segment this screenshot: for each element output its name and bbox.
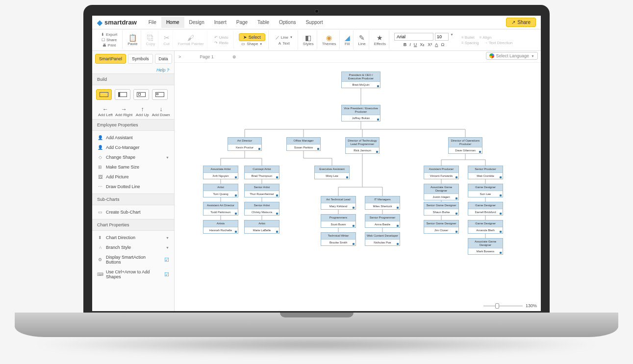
org-node[interactable]: President & CEO / Executive ProducerBret… [341,72,380,88]
org-node[interactable]: Senior ArtistThor Rosenheimer [244,184,279,197]
org-node[interactable]: Associate Game DesignerMark Bowens [468,238,503,255]
menu-design[interactable]: Design [184,17,209,28]
shape-style-2[interactable] [115,89,130,100]
org-node[interactable]: Associate ArtistAnh Nguyen [203,166,238,179]
org-node[interactable]: Senior ProgrammerAnna Basile [365,214,400,228]
print-button[interactable]: 🖶Print [101,43,118,48]
org-node[interactable]: ArtistsHannah Rochelle [203,220,238,234]
org-node[interactable]: Concept ArtistBrad Thompson [244,166,279,179]
org-node[interactable]: Associate Game DesignerJustin Hagen [424,184,459,200]
select-button[interactable]: ➤Select [239,33,265,41]
line-style-button[interactable]: ✎Line [355,30,369,49]
shape-style-4[interactable] [152,89,168,100]
add-left-button[interactable]: ←Add Left [96,106,115,117]
dotted-line-button[interactable]: ⋯Draw Dotted Line [92,182,174,192]
share-button[interactable]: ↗ Share [506,18,536,27]
align-button[interactable]: ≡ Align [480,35,491,40]
subscript-button[interactable]: X₂ [420,42,425,47]
org-node[interactable]: Senior Game DesignerJim Closer [424,220,459,234]
share-ribbon-button[interactable]: ☐Share [100,37,119,43]
copy-button[interactable]: ⿻Copy [143,30,159,49]
org-node[interactable]: ProgrammersScott Boam [321,214,356,228]
menu-file[interactable]: File [144,17,161,28]
same-size-button[interactable]: ⊞Make Same Size [92,162,174,172]
ctrl-arrow-toggle[interactable]: ⌨Use Ctrl+Arrow to Add Shapes☑ [92,267,174,282]
italic-button[interactable]: I [409,42,411,47]
prev-page-button[interactable]: > [178,54,181,59]
add-right-button[interactable]: →Add Right [115,106,133,117]
org-node[interactable]: Game DesignerSon Lee [468,184,503,197]
bullet-button[interactable]: ≡ Bullet [461,35,475,40]
smartaction-toggle[interactable]: ⚙Display SmartAction Buttons☑ [92,252,174,267]
zoom-slider[interactable] [483,305,523,307]
page-tab[interactable]: Page 1 [185,52,228,61]
format-painter-button[interactable]: 🖌Format Painter [175,30,207,49]
redo-button[interactable]: ↷Redo [212,40,230,46]
underline-button[interactable]: U [414,42,417,47]
effects-button[interactable]: ★Effects [371,30,389,49]
paste-button[interactable]: 📋Paste [125,30,141,49]
chart-direction-button[interactable]: ⬍Chart Direction▼ [92,233,174,243]
undo-button[interactable]: ↶Undo [212,35,230,40]
shape-style-3[interactable] [133,89,149,100]
org-node[interactable]: Technical WriterBrooke Smith [321,232,356,246]
spacing-button[interactable]: ≡ Spacing [461,41,479,45]
org-node[interactable]: IT ManagersMiles Sherlock [365,196,400,210]
text-direction-button[interactable]: → Text Direction [484,41,513,45]
add-down-button[interactable]: ↓Add Down [152,106,170,117]
org-node[interactable]: ArtistTom Quang [203,184,238,197]
symbol-button[interactable]: Ω [441,42,444,47]
tab-smartpanel[interactable]: SmartPanel [95,54,126,64]
menu-options[interactable]: Options [274,17,301,28]
menu-support[interactable]: Support [301,17,328,28]
org-node[interactable]: Web Content DeveloperNicholas Poe [365,232,400,246]
export-button[interactable]: ⬇Export [99,32,119,37]
org-node[interactable]: ArtistMarie LaBelle [244,220,279,234]
chevron-down-icon[interactable]: ▼ [450,33,454,41]
menu-insert[interactable]: Insert [209,17,231,28]
add-assistant-button[interactable]: 👤Add Assistant [92,133,174,143]
tab-symbols[interactable]: Symbols [128,54,153,64]
add-picture-button[interactable]: 🖼Add Picture [92,172,174,182]
add-page-button[interactable]: ⊕ [232,54,236,59]
org-node[interactable]: Executive AssistantMisty Lee [314,166,350,179]
org-node[interactable]: Assistant Art DirectorTodd Parkinson [203,202,238,216]
font-size-input[interactable] [435,33,449,41]
add-up-button[interactable]: ↑Add Up [133,106,152,117]
org-node[interactable]: Director of Operations ProducerDave Gilt… [448,137,482,154]
org-node[interactable]: Director of Technology Lead ProgrammerRi… [345,137,380,154]
font-color-button[interactable]: A [435,42,438,47]
styles-button[interactable]: ◧Styles [300,30,317,49]
shape-style-1[interactable] [96,89,112,100]
org-node[interactable]: Art DirectorKevin Proctor [228,137,262,151]
org-node[interactable]: Game DesignerDarrell Brickford [468,202,503,216]
cut-button[interactable]: ✂Cut [160,30,173,49]
org-node[interactable]: Senior ArtistChristy Matsura [244,202,279,216]
org-node[interactable]: Office ManagerSusan Parkins [286,137,321,151]
branch-style-button[interactable]: ⑃Branch Style▼ [92,243,174,252]
line-button[interactable]: ／Line▼ [274,34,295,41]
language-selector[interactable]: Select Language ▼ [486,52,538,60]
help-link[interactable]: Help ? [92,67,174,73]
org-node[interactable]: Senior ProducerMatt Cronkite [468,166,503,179]
themes-button[interactable]: ◉Themes [319,30,340,49]
drawing-canvas[interactable]: President & CEO / Executive ProducerBret… [175,63,541,311]
org-node[interactable]: Vice President / Executive ProducerJoffr… [341,105,380,121]
org-node[interactable]: Game DesignerAmanda Bleth [468,220,503,234]
org-node[interactable]: Senior Game DesignerShaun Burke [424,202,459,216]
change-shape-button[interactable]: ◇Change Shape▼ [92,152,174,162]
menu-table[interactable]: Table [253,17,274,28]
font-family-input[interactable] [394,33,433,41]
create-subchart-button[interactable]: ▭Create Sub-Chart [92,207,174,217]
tab-data[interactable]: Data [155,54,172,64]
menu-home[interactable]: Home [161,17,184,28]
superscript-button[interactable]: X² [428,42,432,47]
org-node[interactable]: Assistant ProducerVincent Forwards [424,166,459,179]
shape-button[interactable]: ▭Shape▼ [239,41,264,47]
bold-button[interactable]: B [404,42,407,47]
fill-button[interactable]: ◢Fill [342,30,354,49]
menu-page[interactable]: Page [231,17,253,28]
add-comanager-button[interactable]: 👤Add Co-Manager [92,143,174,152]
text-button[interactable]: AText [277,41,292,46]
org-node[interactable]: Art Technical LeadMary Kirkland [321,196,356,210]
